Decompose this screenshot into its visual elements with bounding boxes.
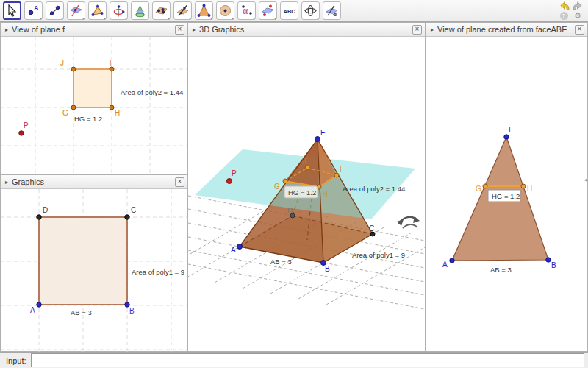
panel-title: View of plane f	[12, 25, 65, 34]
dropdown-caret: ▾	[125, 16, 127, 21]
collapse-arrow-icon[interactable]: ▸	[193, 26, 196, 33]
svg-text:ABC: ABC	[284, 8, 296, 15]
tool-line[interactable]: ▾	[46, 1, 64, 20]
panel-3d-graphics: ▸ 3D Graphics ×	[187, 22, 426, 352]
svg-text:A: A	[231, 246, 236, 254]
tool-plane-through-points[interactable]: ▾	[152, 1, 171, 20]
point-I	[110, 67, 114, 71]
point-J	[71, 67, 76, 71]
tool-reflect-about-plane[interactable]: ▾	[259, 1, 277, 20]
point-B[interactable]	[546, 258, 551, 262]
settings-button[interactable]: ⚙	[572, 11, 584, 21]
panel-titlebar[interactable]: ▸ Graphics ×	[1, 175, 187, 189]
input-bar: Input:	[0, 352, 588, 368]
face-abe-canvas[interactable]: E A B G H HG = 1.2 AB = 3	[426, 37, 587, 352]
circle-axis-icon	[112, 4, 126, 18]
dropdown-caret: ▾	[317, 16, 319, 21]
point-G[interactable]	[483, 184, 487, 188]
svg-text:G: G	[476, 185, 481, 193]
collapse-arrow-icon[interactable]: ▸	[5, 26, 8, 33]
toolbar: A ▾ ▾ ▾ ▾	[0, 0, 588, 22]
input-label: Input:	[6, 356, 26, 365]
help-button[interactable]: ?	[558, 11, 570, 21]
point-C[interactable]	[125, 215, 129, 219]
tool-circle-with-axis[interactable]: ▾	[110, 1, 128, 20]
tool-angle[interactable]: α ▾	[237, 1, 256, 20]
panel-face-abe: ▸ View of plane created from faceABE × E…	[426, 22, 588, 352]
algebra-input-field[interactable]	[31, 353, 584, 367]
collapse-arrow-icon[interactable]: ▸	[5, 179, 8, 185]
tool-point[interactable]: A ▾	[24, 1, 43, 20]
panel-graphics: ▸ Graphics × D C A B AB = 3 Area of	[0, 174, 188, 352]
svg-text:C: C	[131, 206, 136, 214]
point-P[interactable]	[19, 131, 24, 135]
hg-measure-label: HG = 1.2	[74, 115, 102, 123]
point-G	[283, 179, 287, 183]
close-panel-button[interactable]: ×	[175, 25, 184, 35]
panel-splitter-arrow[interactable]: ◂	[584, 176, 587, 183]
reflect-icon	[261, 4, 275, 18]
svg-text:I: I	[340, 166, 342, 174]
point-A[interactable]	[37, 302, 41, 307]
point-A[interactable]	[450, 258, 454, 263]
tool-move[interactable]	[3, 1, 21, 20]
panel-titlebar[interactable]: ▸ View of plane f ×	[1, 23, 187, 37]
redo-button[interactable]	[572, 1, 584, 10]
poly1-square[interactable]	[39, 217, 127, 305]
undo-icon	[559, 1, 570, 10]
dropdown-caret: ▾	[61, 16, 63, 21]
point-E[interactable]	[504, 135, 509, 139]
panel-title: View of plane created from faceABE	[437, 25, 567, 34]
svg-text:D: D	[287, 207, 293, 215]
point-P[interactable]	[227, 179, 232, 184]
svg-text:G: G	[62, 109, 68, 117]
panel-title: 3D Graphics	[199, 25, 244, 34]
polygon-icon	[90, 4, 104, 18]
point-A[interactable]	[237, 244, 243, 250]
collapse-arrow-icon[interactable]: ▸	[431, 26, 434, 33]
panel-title: Graphics	[12, 177, 44, 186]
poly2-square[interactable]	[74, 69, 112, 107]
plane-line-icon	[69, 4, 83, 18]
line-icon	[48, 4, 62, 18]
plane-f-canvas[interactable]: JI GH HG = 1.2 Area of poly2 = 1.44 P	[1, 37, 187, 175]
svg-text:B: B	[551, 261, 556, 269]
dropdown-caret: ▾	[189, 16, 191, 21]
graphics3d-canvas[interactable]: E A B C D P G H I J HG = 1.2 Area of pol…	[188, 37, 425, 352]
tool-intersect-surfaces[interactable]	[131, 1, 149, 20]
point-D[interactable]	[37, 215, 41, 219]
dropdown-caret: ▾	[253, 16, 255, 21]
cone-section-icon	[133, 4, 147, 18]
svg-text:H: H	[115, 109, 120, 117]
ab-measure-label: AB = 3	[270, 258, 292, 266]
svg-text:J: J	[60, 59, 64, 67]
panel-titlebar[interactable]: ▸ View of plane created from faceABE ×	[426, 23, 587, 37]
undo-button[interactable]	[558, 1, 570, 10]
plane-points-icon	[154, 4, 168, 18]
ab-measure-label: AB = 3	[490, 266, 512, 274]
point-H	[110, 105, 114, 110]
svg-text:H: H	[323, 190, 328, 198]
tool-sphere[interactable]: ▾	[216, 1, 234, 20]
tool-polygon[interactable]: ▾	[88, 1, 107, 20]
graphics-canvas[interactable]: D C A B AB = 3 Area of poly1 = 9	[1, 189, 187, 352]
sphere-icon	[218, 4, 232, 18]
tool-rotate-3d-view[interactable]: ▾	[301, 1, 320, 20]
panel-view-of-plane-f: ▸ View of plane f × JI GH HG = 1.2 Area …	[0, 22, 188, 175]
close-panel-button[interactable]: ×	[412, 25, 422, 35]
tool-text[interactable]: ABC	[280, 1, 298, 20]
tool-pyramid[interactable]: ▾	[195, 1, 213, 20]
point-H[interactable]	[521, 184, 526, 188]
svg-text:A: A	[34, 4, 39, 12]
help-icon: ?	[560, 12, 568, 20]
point-E[interactable]	[315, 137, 320, 142]
tool-view-in-front-of[interactable]	[323, 1, 341, 20]
hg-measure-label: HG = 1.2	[492, 192, 520, 200]
panel-titlebar[interactable]: ▸ 3D Graphics ×	[188, 23, 425, 37]
tool-intersecting-plane[interactable]: ▾	[67, 1, 85, 20]
close-panel-button[interactable]: ×	[175, 177, 184, 187]
angle-icon: α	[240, 4, 254, 18]
tool-perpendicular-plane[interactable]: ▾	[173, 1, 192, 20]
close-panel-button[interactable]: ×	[575, 25, 584, 35]
perpendicular-plane-icon	[176, 4, 190, 18]
